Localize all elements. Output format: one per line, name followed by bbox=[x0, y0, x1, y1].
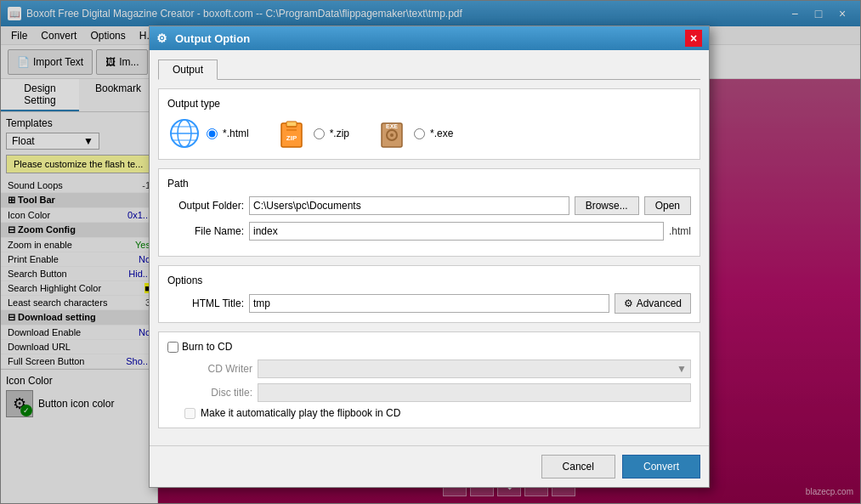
disc-title-label: Disc title: bbox=[184, 387, 252, 399]
modal-overlay: ⚙ Output Option × Output Output type bbox=[0, 0, 861, 504]
options-section: Options HTML Title: ⚙ Advanced bbox=[158, 265, 700, 323]
html-globe-icon bbox=[167, 116, 201, 150]
filename-row: File Name: .html bbox=[167, 222, 691, 241]
zip-label: *.zip bbox=[330, 127, 349, 139]
svg-rect-6 bbox=[286, 122, 297, 127]
cancel-button[interactable]: Cancel bbox=[541, 455, 615, 479]
modal-close-button[interactable]: × bbox=[685, 30, 702, 47]
output-option-dialog: ⚙ Output Option × Output Output type bbox=[149, 25, 710, 488]
advanced-button[interactable]: ⚙ Advanced bbox=[615, 293, 691, 314]
output-folder-row: Output Folder: Browse... Open bbox=[167, 196, 691, 215]
settings-icon: ⚙ bbox=[624, 297, 633, 309]
path-section: Path Output Folder: Browse... Open File … bbox=[158, 168, 700, 257]
browse-button[interactable]: Browse... bbox=[575, 196, 639, 215]
output-folder-input[interactable] bbox=[249, 196, 569, 215]
autoplay-row: Make it automatically play the flipbook … bbox=[167, 407, 691, 419]
disc-title-input bbox=[258, 383, 691, 402]
modal-title: Output Option bbox=[175, 32, 685, 45]
disc-title-row: Disc title: bbox=[167, 383, 691, 402]
modal-footer: Cancel Convert bbox=[150, 445, 709, 487]
cd-writer-dropdown[interactable]: ▼ bbox=[258, 360, 691, 378]
output-type-label: Output type bbox=[167, 98, 691, 110]
autoplay-checkbox bbox=[184, 408, 195, 419]
options-label: Options bbox=[167, 275, 691, 286]
html-title-input[interactable] bbox=[249, 294, 609, 313]
output-type-section: Output type * bbox=[158, 88, 700, 160]
zip-radio[interactable] bbox=[314, 128, 325, 139]
convert-button[interactable]: Convert bbox=[622, 455, 700, 479]
zip-box-icon: ZIP bbox=[275, 116, 309, 150]
modal-tabs: Output bbox=[158, 59, 700, 80]
cd-writer-row: CD Writer ▼ bbox=[167, 360, 691, 378]
burn-cd-checkbox[interactable] bbox=[167, 342, 178, 353]
burn-to-cd-section: Burn to CD CD Writer ▼ Disc title: Make … bbox=[158, 331, 700, 428]
modal-title-bar: ⚙ Output Option × bbox=[150, 26, 709, 50]
html-title-row: HTML Title: ⚙ Advanced bbox=[167, 293, 691, 314]
output-folder-label: Output Folder: bbox=[167, 200, 244, 212]
output-type-html[interactable]: *.html bbox=[167, 116, 249, 150]
exe-gear-icon: EXE bbox=[375, 116, 409, 150]
file-extension-label: .html bbox=[669, 225, 691, 237]
path-label: Path bbox=[167, 178, 691, 190]
svg-text:EXE: EXE bbox=[386, 123, 398, 129]
modal-tab-output[interactable]: Output bbox=[158, 59, 218, 80]
open-button[interactable]: Open bbox=[644, 196, 691, 215]
exe-radio[interactable] bbox=[414, 128, 425, 139]
autoplay-label: Make it automatically play the flipbook … bbox=[201, 407, 400, 419]
html-radio[interactable] bbox=[207, 128, 218, 139]
burn-cd-label: Burn to CD bbox=[182, 341, 232, 353]
filename-input[interactable] bbox=[249, 222, 664, 241]
modal-body: Output Output type bbox=[150, 50, 709, 445]
output-types-row: *.html ZIP * bbox=[167, 116, 691, 150]
html-label: *.html bbox=[223, 127, 249, 139]
exe-label: *.exe bbox=[430, 127, 453, 139]
output-type-exe[interactable]: EXE *.exe bbox=[375, 116, 453, 150]
modal-icon: ⚙ bbox=[156, 31, 170, 45]
filename-label: File Name: bbox=[167, 225, 244, 237]
burn-cd-header: Burn to CD bbox=[167, 341, 691, 353]
cd-writer-label: CD Writer bbox=[184, 363, 252, 375]
svg-text:ZIP: ZIP bbox=[286, 134, 297, 142]
dropdown-arrow-icon: ▼ bbox=[677, 363, 687, 375]
output-type-zip[interactable]: ZIP *.zip bbox=[275, 116, 349, 150]
svg-point-12 bbox=[390, 133, 394, 137]
html-title-label: HTML Title: bbox=[167, 297, 244, 309]
